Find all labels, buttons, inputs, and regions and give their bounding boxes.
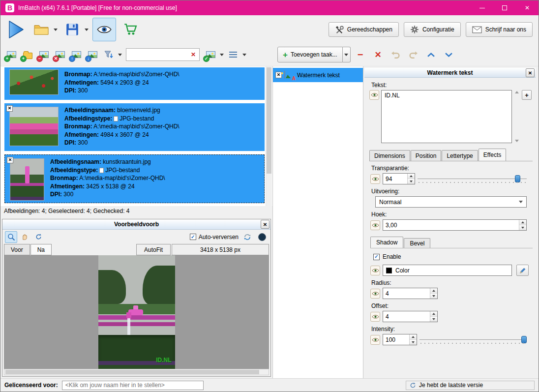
open-button[interactable]	[30, 18, 52, 41]
intensity-input[interactable]	[383, 334, 409, 345]
view-options-button[interactable]	[225, 46, 241, 63]
spinner-arrows[interactable]	[519, 220, 526, 230]
color-visibility-toggle[interactable]	[370, 266, 380, 275]
preview-hscrollbar[interactable]	[4, 369, 269, 375]
save-button[interactable]	[61, 18, 83, 41]
search-clear-icon[interactable]: ✕	[187, 51, 199, 58]
spinner-arrows[interactable]	[409, 334, 417, 345]
maximize-button[interactable]	[493, 0, 516, 15]
transparantie-visibility-toggle[interactable]	[370, 174, 380, 184]
file-list-item[interactable]: ✕ Afbeeldingsnaam: kunstkraantuin.jpg Af…	[4, 154, 265, 203]
tab-before[interactable]: Voor	[4, 244, 30, 255]
background-color-button[interactable]	[256, 231, 268, 243]
field-label: DPI:	[50, 191, 62, 198]
add-images-button[interactable]: +	[3, 46, 19, 63]
minus-icon: −	[358, 50, 363, 60]
scrollbar-thumb[interactable]	[5, 370, 259, 374]
preview-canvas[interactable]: ID.NL	[4, 255, 269, 369]
watermark-text-input[interactable]: ID.NL	[381, 90, 512, 143]
spinner-arrows[interactable]	[407, 174, 415, 184]
add-task-button[interactable]: + Toevoegen taak...	[277, 47, 343, 62]
intensity-visibility-toggle[interactable]	[370, 335, 380, 345]
remove-all-images-button[interactable]: ✕	[52, 46, 68, 63]
remove-image-button[interactable]: −	[36, 46, 52, 63]
hoek-input[interactable]	[383, 220, 519, 230]
tab-effects[interactable]: Effects	[479, 149, 506, 161]
tab-lettertype[interactable]: Lettertype	[442, 150, 478, 161]
color-picker-button[interactable]	[516, 265, 529, 276]
license-input[interactable]	[62, 381, 204, 390]
item-checkbox[interactable]: ✕	[7, 157, 13, 163]
move-task-down-button[interactable]	[441, 46, 457, 63]
rotate-button[interactable]	[32, 231, 45, 243]
item-checkbox[interactable]: ✕	[6, 105, 13, 112]
pan-button[interactable]	[19, 231, 31, 243]
properties-close-button[interactable]: ✕	[526, 68, 535, 77]
intensity-slider[interactable]	[419, 334, 527, 345]
uitvoering-select[interactable]: Normaal	[375, 196, 527, 208]
scrollbar-thumb[interactable]	[267, 67, 271, 174]
move-image-down-button[interactable]: ↓	[85, 46, 100, 63]
contact-button[interactable]: Schrijf naar ons	[466, 22, 533, 37]
undo-button[interactable]	[388, 46, 404, 63]
properties-body: Tekst: ID.NL + Dimensions Position Lette…	[364, 78, 537, 378]
move-image-up-button[interactable]: ↑	[68, 46, 84, 63]
view-options-dropdown[interactable]	[241, 46, 247, 63]
remove-all-tasks-button[interactable]: ✕	[370, 46, 386, 63]
transparantie-input[interactable]	[383, 174, 407, 184]
tab-after[interactable]: Na	[30, 244, 52, 255]
move-task-up-button[interactable]	[423, 46, 439, 63]
task-label: Watermerk tekst	[297, 72, 340, 79]
add-folder-button[interactable]: +	[20, 46, 35, 63]
check-images-button[interactable]: ✓	[203, 46, 218, 63]
slider-handle[interactable]	[521, 336, 527, 343]
plus-icon: +	[283, 51, 288, 59]
slider-handle[interactable]	[515, 175, 520, 182]
radius-input[interactable]	[383, 288, 430, 299]
hoek-visibility-toggle[interactable]	[370, 220, 380, 230]
eye-icon	[372, 314, 379, 319]
file-list-item[interactable]: ✕ Afbeeldingsnaam: bloemenveld.jpg Afbee…	[4, 103, 265, 151]
tekst-visibility-toggle[interactable]	[369, 90, 379, 100]
tab-shadow[interactable]: Shadow	[370, 237, 403, 248]
spinner-arrows[interactable]	[430, 311, 437, 322]
sort-dropdown[interactable]	[117, 46, 123, 63]
tools-button[interactable]: Gereedschappen	[329, 22, 399, 37]
open-dropdown[interactable]	[52, 18, 59, 41]
remove-task-button[interactable]: −	[353, 46, 368, 63]
offset-input[interactable]	[383, 311, 430, 322]
refresh-button[interactable]	[241, 231, 253, 243]
run-tasks-button[interactable]	[4, 18, 28, 41]
text-lines-spinner[interactable]	[514, 90, 520, 143]
save-dropdown[interactable]	[83, 18, 90, 41]
autofit-button[interactable]: AutoFit	[136, 244, 171, 255]
file-list-scrollbar[interactable]	[266, 66, 272, 206]
check-images-dropdown[interactable]	[218, 46, 225, 63]
tab-bevel[interactable]: Bevel	[404, 238, 430, 248]
faucet-sculpture	[126, 305, 146, 318]
add-task-dropdown[interactable]	[343, 47, 351, 62]
offset-visibility-toggle[interactable]	[370, 312, 380, 322]
minimize-button[interactable]	[471, 0, 493, 15]
shadow-color-select[interactable]: Color	[383, 265, 512, 276]
sort-button[interactable]	[101, 46, 117, 63]
tab-dimensions[interactable]: Dimensions	[369, 150, 410, 161]
transparantie-slider[interactable]	[418, 174, 527, 184]
tab-position[interactable]: Position	[411, 150, 442, 161]
enable-checkbox[interactable]: ✓	[373, 254, 380, 260]
search-input[interactable]	[126, 51, 187, 58]
file-list-item[interactable]: Bronmap: A:\media-map\bid's\Zomer-QHD\ A…	[4, 67, 265, 100]
task-list-item[interactable]: ✕ A Watermerk tekst	[273, 68, 363, 82]
add-text-button[interactable]: +	[522, 90, 532, 100]
spinner-arrows[interactable]	[430, 288, 437, 299]
preview-toggle-button[interactable]	[92, 18, 116, 41]
zoom-button[interactable]	[5, 231, 17, 243]
preview-close-button[interactable]: ✕	[261, 220, 270, 229]
close-button[interactable]: ✕	[516, 0, 539, 15]
radius-visibility-toggle[interactable]	[370, 289, 380, 299]
auto-refresh-checkbox[interactable]: ✓	[190, 234, 196, 240]
version-status[interactable]: Je hebt de laatste versie	[406, 381, 535, 390]
config-button[interactable]: Configuratie	[404, 22, 461, 37]
shop-button[interactable]	[119, 18, 142, 41]
redo-button[interactable]	[406, 46, 421, 63]
